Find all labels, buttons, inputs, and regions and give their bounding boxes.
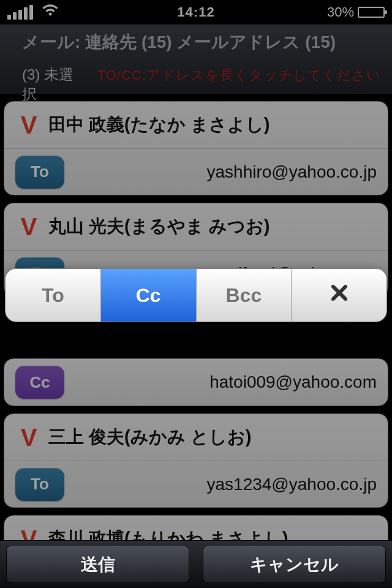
bottom-toolbar: 送信 キャンセル — [0, 540, 392, 588]
contact-card[interactable]: V 森川 政博(もりかわ まさよし) To — [4, 515, 388, 540]
contact-name: 田中 政義(たなか まさよし) — [48, 113, 270, 137]
contact-card[interactable]: V 三上 俊夫(みかみ としお) To yas1234@yahoo.co.jp — [4, 413, 388, 508]
seg-bcc-button[interactable]: Bcc — [197, 269, 292, 322]
field-pill-to[interactable]: To — [15, 156, 64, 189]
address-row[interactable]: Cc hatoi009@yahoo.com — [4, 359, 388, 405]
contact-card[interactable]: V 田中 政義(たなか まさよし) To yashhiro@yahoo.co.j… — [4, 101, 388, 195]
battery-pct: 30% — [327, 4, 354, 20]
chevron-down-icon: V — [15, 424, 42, 451]
status-bar: 14:12 30% — [0, 0, 392, 24]
seg-to-button[interactable]: To — [6, 269, 101, 322]
cancel-button[interactable]: キャンセル — [203, 546, 386, 583]
contact-card[interactable]: Cc hatoi009@yahoo.com — [4, 358, 388, 406]
contact-name: 丸山 光夫(まるやま みつお) — [48, 214, 270, 239]
signal-icon — [7, 5, 33, 20]
contact-email: yashhiro@yahoo.co.jp — [207, 162, 377, 182]
field-pill-cc[interactable]: Cc — [15, 366, 64, 399]
seg-close-button[interactable] — [292, 269, 386, 322]
field-pill-to[interactable]: To — [15, 468, 64, 501]
address-row[interactable]: To yas1234@yahoo.co.jp — [4, 461, 388, 507]
send-button[interactable]: 送信 — [6, 546, 189, 583]
field-selector-popup: To Cc Bcc — [5, 268, 387, 322]
contact-name: 三上 俊夫(みかみ としお) — [48, 425, 251, 450]
contact-email: yas1234@yahoo.co.jp — [207, 475, 377, 494]
close-icon — [329, 282, 350, 308]
wifi-icon — [42, 4, 59, 21]
address-row[interactable]: To yashhiro@yahoo.co.jp — [4, 148, 388, 195]
contact-name: 森川 政博(もりかわ まさよし) — [48, 527, 288, 540]
seg-cc-button[interactable]: Cc — [101, 269, 197, 322]
battery-icon — [358, 7, 385, 18]
header-hint: TO/CC:アドレスを長くタッチしてください — [97, 66, 381, 85]
header-title: メール: 連絡先 (15) メールアドレス (15) — [22, 31, 381, 54]
chevron-down-icon: V — [15, 111, 42, 139]
contact-email: hatoi009@yahoo.com — [209, 372, 377, 392]
chevron-down-icon: V — [15, 526, 42, 541]
header: メール: 連絡先 (15) メールアドレス (15) (3) 未選択 TO/CC… — [0, 24, 392, 95]
chevron-down-icon: V — [15, 213, 42, 241]
